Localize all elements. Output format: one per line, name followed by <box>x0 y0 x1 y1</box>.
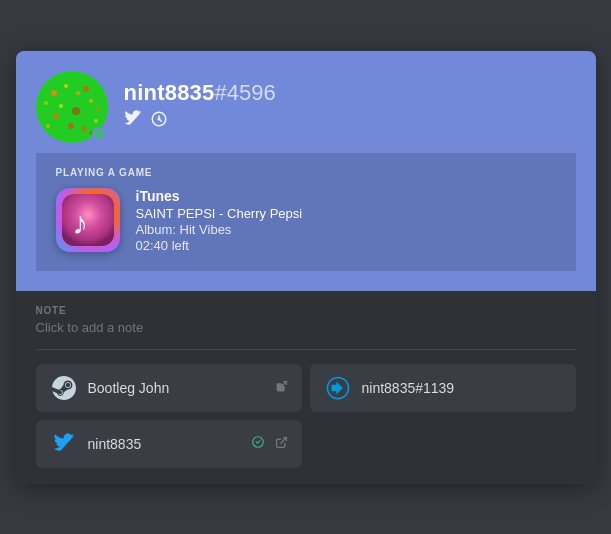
svg-text:♪: ♪ <box>72 205 88 241</box>
note-label: NOTE <box>36 305 576 316</box>
svg-point-4 <box>89 99 93 103</box>
game-section-label: PLAYING A GAME <box>56 167 556 178</box>
avatar-wrap <box>36 71 108 143</box>
profile-header: nint8835#4596 <box>16 51 596 291</box>
profile-username-row: nint8835#4596 <box>124 80 276 106</box>
twitter-verified-icon <box>251 435 265 452</box>
profile-top: nint8835#4596 <box>36 71 576 143</box>
battlenet-username: nint8835#1139 <box>362 380 562 396</box>
svg-point-14 <box>44 101 48 105</box>
svg-point-11 <box>59 104 63 108</box>
game-track: SAINT PEPSI - Cherry Pepsi <box>136 206 303 221</box>
svg-point-7 <box>94 119 98 123</box>
svg-point-3 <box>83 86 89 92</box>
battlenet-icon <box>324 374 352 402</box>
steam-username: Bootleg John <box>88 380 265 396</box>
connection-steam[interactable]: Bootleg John <box>36 364 302 412</box>
twitter-icon <box>124 110 142 133</box>
svg-point-12 <box>96 107 100 111</box>
svg-point-2 <box>64 84 68 88</box>
game-app-name: iTunes <box>136 188 303 204</box>
svg-point-13 <box>76 91 80 95</box>
svg-line-21 <box>280 437 286 443</box>
bot-icon <box>150 110 168 133</box>
svg-point-17 <box>157 118 160 121</box>
username: nint8835 <box>124 80 215 105</box>
twitter-conn-icon <box>50 430 78 458</box>
svg-point-10 <box>81 126 87 132</box>
svg-point-8 <box>68 123 74 129</box>
svg-rect-18 <box>62 194 114 246</box>
connection-twitter[interactable]: nint8835 <box>36 420 302 468</box>
game-info: ♪ iTunes SAINT PEPSI - Cherry Pepsi Albu… <box>56 188 556 253</box>
online-status-badge <box>92 127 106 141</box>
profile-info: nint8835#4596 <box>124 80 276 133</box>
twitter-external-link-icon <box>275 436 288 452</box>
discriminator: #4596 <box>215 80 276 105</box>
profile-icons <box>124 110 276 133</box>
svg-point-5 <box>72 107 80 115</box>
profile-card: nint8835#4596 <box>16 51 596 484</box>
itunes-icon: ♪ <box>56 188 120 252</box>
connections-list: Bootleg John nint8835#1139 <box>36 364 576 468</box>
steam-icon <box>50 374 78 402</box>
connection-battlenet[interactable]: nint8835#1139 <box>310 364 576 412</box>
svg-point-9 <box>46 124 50 128</box>
note-input[interactable]: Click to add a note <box>36 320 576 335</box>
game-time: 02:40 left <box>136 238 303 253</box>
steam-external-link-icon <box>275 380 288 396</box>
divider <box>36 349 576 350</box>
profile-body: NOTE Click to add a note Bootleg John <box>16 291 596 484</box>
game-album: Album: Hit Vibes <box>136 222 303 237</box>
twitter-username: nint8835 <box>88 436 237 452</box>
svg-point-1 <box>51 90 57 96</box>
game-section: PLAYING A GAME <box>36 153 576 271</box>
game-text: iTunes SAINT PEPSI - Cherry Pepsi Album:… <box>136 188 303 253</box>
svg-point-6 <box>53 113 59 119</box>
